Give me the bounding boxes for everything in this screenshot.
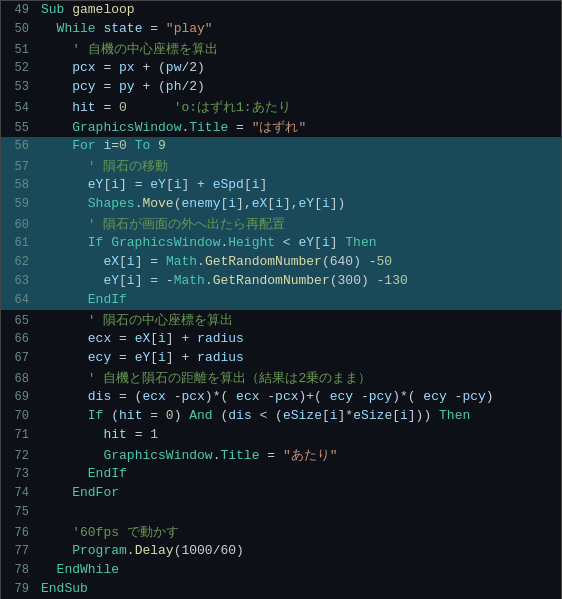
line-52: 52 pcx = px + (pw/2) [1, 59, 561, 78]
token-var: hit [72, 100, 95, 115]
token-func: Move [142, 196, 173, 211]
token-var: hit [103, 427, 126, 442]
token-op: (300) - [330, 273, 385, 288]
token-op: ] = - [135, 273, 174, 288]
token-kw: EndWhile [57, 562, 119, 577]
token-op: [ [150, 331, 158, 346]
line-code: EndWhile [37, 561, 561, 578]
line-code: ' 自機と隕石の距離を算出（結果は2乗のまま） [37, 368, 561, 388]
token-op: ] + [166, 331, 197, 346]
token-var: i [330, 408, 338, 423]
token-op: [ [314, 235, 322, 250]
line-number: 49 [1, 2, 37, 18]
token-prop: Program [72, 543, 127, 558]
line-63: 63 eY[i] = -Math.GetRandomNumber(300) -1… [1, 272, 561, 291]
token-op: ] = [135, 254, 166, 269]
token-num: 9 [158, 138, 166, 153]
token-prop: Shapes [88, 196, 135, 211]
line-code: '60fps で動かす [37, 522, 561, 542]
line-number: 77 [1, 543, 37, 559]
token-kw: EndSub [41, 581, 88, 596]
token-var: eY [88, 177, 104, 192]
token-var: i [127, 273, 135, 288]
line-code: pcx = px + (pw/2) [37, 59, 561, 76]
line-number: 72 [1, 448, 37, 464]
line-code [37, 503, 561, 520]
line-code: Shapes.Move(enemy[i],eX[i],eY[i]) [37, 195, 561, 212]
token-op: . [197, 254, 205, 269]
line-code: hit = 1 [37, 426, 561, 443]
token-prop: GraphicsWindow [72, 120, 181, 135]
line-number: 61 [1, 235, 37, 251]
line-64: 64 EndIf [1, 291, 561, 310]
token-op: [ [267, 196, 275, 211]
token-op: . [127, 543, 135, 558]
line-number: 53 [1, 79, 37, 95]
token-var: eY [135, 350, 151, 365]
line-number: 73 [1, 466, 37, 482]
token-str: "play" [166, 21, 213, 36]
line-number: 59 [1, 196, 37, 212]
token-op: [ [322, 408, 330, 423]
token-comment: 'o:はずれ1:あたり [174, 100, 291, 115]
token-var: eY [103, 273, 119, 288]
token-var: i [322, 196, 330, 211]
line-57: 57 ' 隕石の移動 [1, 156, 561, 176]
token-op: ] [260, 177, 268, 192]
line-77: 77 Program.Delay(1000/60) [1, 542, 561, 561]
token-comment: ' 隕石の移動 [88, 159, 169, 174]
line-68: 68 ' 自機と隕石の距離を算出（結果は2乗のまま） [1, 368, 561, 388]
token-op: [ [166, 177, 174, 192]
token-comment: ' 自機の中心座標を算出 [72, 42, 218, 57]
line-55: 55 GraphicsWindow.Title = "はずれ" [1, 117, 561, 137]
line-65: 65 ' 隕石の中心座標を算出 [1, 310, 561, 330]
line-79: 79EndSub [1, 580, 561, 599]
line-70: 70 If (hit = 0) And (dis < (eSize[i]*eSi… [1, 407, 561, 426]
line-number: 68 [1, 371, 37, 387]
line-50: 50 While state = "play" [1, 20, 561, 39]
token-op: - [259, 389, 275, 404]
token-kw: If [88, 408, 111, 423]
line-number: 62 [1, 254, 37, 270]
line-number: 63 [1, 273, 37, 289]
token-op: [ [150, 350, 158, 365]
line-49: 49Sub gameloop [1, 1, 561, 20]
line-73: 73 EndIf [1, 465, 561, 484]
token-op: ] = [119, 177, 150, 192]
token-op: ( [111, 408, 119, 423]
line-code: eY[i] = eY[i] + eSpd[i] [37, 176, 561, 193]
line-number: 79 [1, 581, 37, 597]
token-prop: GraphicsWindow [111, 235, 220, 250]
token-kw: Then [345, 235, 376, 250]
line-number: 55 [1, 120, 37, 136]
token-var: eX [252, 196, 268, 211]
token-kw: If [88, 235, 111, 250]
line-number: 50 [1, 21, 37, 37]
token-op: - [353, 389, 369, 404]
token-op: . [205, 273, 213, 288]
token-var: i [127, 254, 135, 269]
line-code: EndIf [37, 465, 561, 482]
token-var: pcy [72, 79, 95, 94]
token-op: [ [119, 273, 127, 288]
token-op: )+( [299, 389, 330, 404]
line-number: 75 [1, 504, 37, 520]
line-code: ecy = eY[i] + radius [37, 349, 561, 366]
token-op: = [111, 350, 134, 365]
token-comment: ' 隕石が画面の外へ出たら再配置 [88, 217, 286, 232]
line-number: 51 [1, 42, 37, 58]
token-op: - [166, 389, 182, 404]
token-var: eSize [353, 408, 392, 423]
line-78: 78 EndWhile [1, 561, 561, 580]
token-op: = [96, 60, 119, 75]
line-54: 54 hit = 0 'o:はずれ1:あたり [1, 97, 561, 117]
line-code: While state = "play" [37, 20, 561, 37]
line-58: 58 eY[i] = eY[i] + eSpd[i] [1, 176, 561, 195]
token-var: dis [228, 408, 251, 423]
token-kw: Then [439, 408, 470, 423]
token-var: radius [197, 350, 244, 365]
token-comment: ' 隕石の中心座標を算出 [88, 313, 234, 328]
line-code: If GraphicsWindow.Height < eY[i] Then [37, 234, 561, 251]
token-var: eY [299, 196, 315, 211]
token-num: 0 [166, 408, 174, 423]
